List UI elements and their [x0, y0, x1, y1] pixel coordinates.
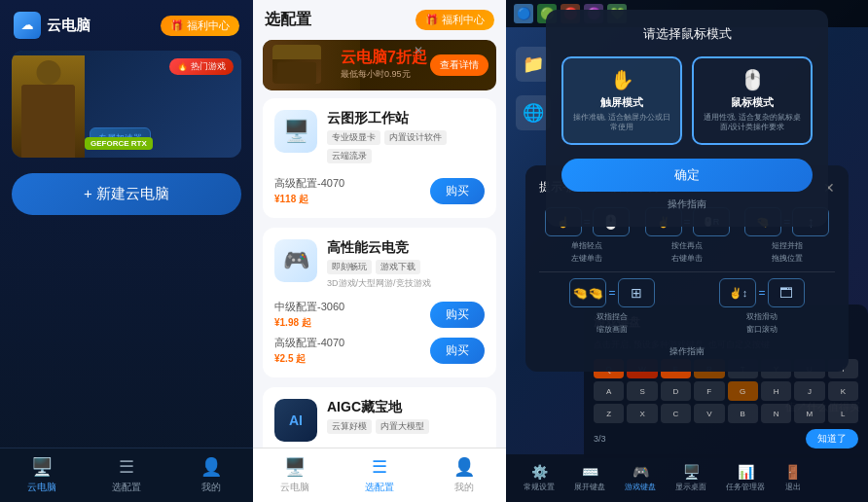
single-tap-label: 单指轻点: [571, 240, 602, 251]
key-17[interactable]: X: [627, 404, 657, 423]
variant-label: 高级配置-4070: [274, 176, 344, 191]
app-title: 云电脑: [47, 17, 90, 35]
middle-nav-cloud[interactable]: 🖥️ 云电脑: [253, 448, 338, 502]
new-cloud-button[interactable]: + 新建云电脑: [12, 173, 241, 215]
variant-4070-label: 高级配置-4070: [274, 336, 344, 350]
two-pinch-label: 双指捏合: [597, 311, 628, 322]
mouse-mode-option[interactable]: 🖱️ 鼠标模式 通用性强, 适合复杂的鼠标桌面/设计类操作要求: [692, 56, 813, 145]
toolbar-task-manager[interactable]: 📊 任务管理器: [718, 460, 773, 496]
gaming-desc: 3D游戏/大型网游/竞技游戏: [327, 277, 485, 290]
key-15[interactable]: K: [828, 381, 858, 401]
key-22[interactable]: M: [794, 404, 824, 423]
mid-cloud-icon: 🖥️: [284, 456, 306, 478]
task-manager-label: 任务管理器: [726, 482, 765, 492]
touch-mode-desc: 操作准确, 适合触屏办公或日常使用: [571, 113, 672, 133]
key-14[interactable]: J: [794, 381, 824, 401]
config-card-aigc: AI AIGC藏宝地 云算好模 内置大模型 顶级配置-4090 ¥128 起 购…: [263, 387, 496, 448]
game-keyboard-label: 游戏键盘: [625, 482, 656, 492]
toolbar-settings[interactable]: ⚙️ 常规设置: [516, 460, 562, 496]
cloud-icon: 🖥️: [31, 456, 53, 478]
logo-area: ☁ 云电脑: [14, 12, 90, 39]
zoom-label: 缩放画面: [597, 324, 628, 335]
settings-icon: ⚙️: [531, 464, 548, 480]
guide-link[interactable]: 操作指南: [561, 197, 813, 211]
key-11[interactable]: F: [694, 381, 724, 401]
toolbar-exit[interactable]: 🚪 退出: [777, 460, 809, 496]
key-10[interactable]: D: [661, 381, 691, 401]
promo-detail-button[interactable]: 查看详情: [430, 54, 488, 76]
hold-tap-label: 按住再点: [671, 240, 703, 251]
key-20[interactable]: B: [728, 404, 758, 423]
mouse-mode-desc: 通用性强, 适合复杂的鼠标桌面/设计类操作要求: [702, 113, 803, 133]
keyboard-label: 展开键盘: [574, 482, 605, 492]
gaming-tags: 即刻畅玩 游戏下载: [327, 260, 485, 274]
cloud-logo-icon: ☁: [14, 12, 41, 39]
gaming-icon: 🎮: [274, 239, 317, 282]
hot-games-badge: 🔥 热门游戏: [169, 58, 234, 75]
mid-config-icon: ☰: [369, 456, 390, 478]
know-button[interactable]: 知道了: [806, 429, 858, 448]
short-pinch-label: 短捏并指: [772, 240, 803, 251]
key-18[interactable]: C: [661, 404, 691, 423]
variant-3060: 中级配置-3060 ¥1.98 起 购买: [274, 300, 485, 330]
middle-welfare[interactable]: 🎁 福利中心: [416, 10, 494, 30]
welfare-badge[interactable]: 🎁 福利中心: [161, 16, 239, 36]
buy-button-3060[interactable]: 购买: [430, 302, 485, 328]
app-icon-0[interactable]: 🔵: [514, 4, 533, 23]
confirm-button[interactable]: 确定: [561, 159, 813, 192]
key-21[interactable]: N: [761, 404, 791, 423]
variant-3060-label: 中级配置-3060: [274, 300, 344, 314]
key-12[interactable]: G: [728, 381, 758, 401]
config-card-workstation-header: 🖥️ 云图形工作站 专业级显卡 内置设计软件 云端流录: [274, 110, 485, 166]
variant-4070-price: ¥2.5 起: [274, 350, 344, 366]
left-nav-config[interactable]: ☰ 选配置: [85, 448, 169, 502]
tag-1: 内置设计软件: [384, 130, 447, 145]
mid-nav-cloud-label: 云电脑: [280, 481, 309, 494]
left-nav: 🖥️ 云电脑 ☰ 选配置 👤 我的: [0, 448, 253, 502]
variant-3060-price: ¥1.98 起: [274, 314, 344, 330]
aigc-info: AIGC藏宝地 云算好模 内置大模型: [327, 399, 485, 437]
config-card-workstation: 🖥️ 云图形工作站 专业级显卡 内置设计软件 云端流录 高级配置-4070 ¥1…: [263, 98, 496, 218]
key-23[interactable]: L: [828, 404, 858, 423]
middle-nav-config[interactable]: ☰ 选配置: [338, 448, 422, 502]
buy-button-workstation[interactable]: 购买: [430, 178, 485, 204]
touch-mode-icon: ✋: [571, 68, 672, 91]
left-nav-cloud-label: 云电脑: [27, 481, 56, 494]
left-nav-my[interactable]: 👤 我的: [168, 448, 253, 502]
two-pinch-result: ⊞: [618, 278, 655, 307]
touch-guide-footer[interactable]: 操作指南: [669, 346, 705, 356]
middle-nav-my[interactable]: 👤 我的: [421, 448, 506, 502]
buy-button-4070[interactable]: 购买: [430, 338, 485, 364]
promo-close-icon[interactable]: ✕: [414, 44, 423, 57]
toolbar-desktop[interactable]: 🖥️ 显示桌面: [668, 460, 714, 496]
left-nav-cloud[interactable]: 🖥️ 云电脑: [0, 448, 85, 502]
key-19[interactable]: V: [694, 404, 724, 423]
two-pinch-box: 🤏🤏: [569, 278, 606, 307]
config-list: 🖥️ 云图形工作站 专业级显卡 内置设计软件 云端流录 高级配置-4070 ¥1…: [253, 98, 506, 448]
key-13[interactable]: H: [761, 381, 791, 401]
left-nav-my-label: 我的: [201, 481, 221, 494]
game-keyboard-footer: 3/3 知道了: [594, 429, 858, 448]
toolbar-game-keyboard[interactable]: 🎮 游戏键盘: [617, 460, 664, 496]
workstation-variants: 高级配置-4070 ¥118 起 购买: [274, 176, 485, 206]
variant-4070: 高级配置-4070 ¥2.5 起 购买: [274, 336, 485, 366]
desktop-label: 显示桌面: [675, 482, 706, 492]
toolbar-keyboard[interactable]: ⌨️ 展开键盘: [566, 460, 613, 496]
game-keyboard-icon: 🎮: [633, 464, 649, 480]
mode-options: ✋ 触屏模式 操作准确, 适合触屏办公或日常使用 🖱️ 鼠标模式 通用性强, 适…: [561, 56, 813, 145]
aigc-name: AIGC藏宝地: [327, 399, 485, 416]
tag-2: 云端流录: [327, 149, 372, 163]
gaming-tag-1: 游戏下载: [376, 260, 420, 274]
gaming-variants: 中级配置-3060 ¥1.98 起 购买 高级配置-4070 ¥2.5 起 购买: [274, 300, 485, 366]
left-click-label: 左键单击: [571, 253, 602, 264]
keyboard-page: 3/3: [594, 434, 606, 444]
key-16[interactable]: Z: [594, 404, 624, 423]
key-9[interactable]: S: [627, 381, 657, 401]
drag-label: 拖拽位置: [772, 253, 803, 264]
key-8[interactable]: A: [594, 381, 624, 401]
two-slide-result: 🗔: [768, 278, 805, 307]
touch-mode-option[interactable]: ✋ 触屏模式 操作准确, 适合触屏办公或日常使用: [561, 56, 682, 145]
variant-4070: 高级配置-4070 ¥118 起 购买: [274, 176, 485, 206]
aigc-tag-0: 云算好模: [327, 419, 372, 434]
workstation-info: 云图形工作站 专业级显卡 内置设计软件 云端流录: [327, 110, 485, 166]
